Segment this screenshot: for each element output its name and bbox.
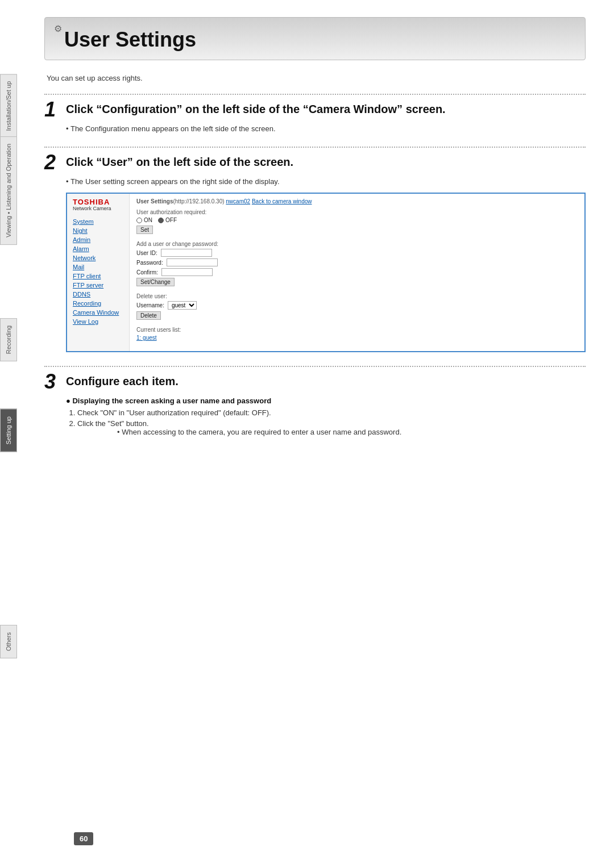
cam-set-button[interactable]: Set <box>136 226 153 234</box>
step1-number: 1 <box>44 99 60 120</box>
tab-others[interactable]: Others <box>0 625 20 658</box>
main-content: ⚙ User Settings You can set up access ri… <box>27 0 603 457</box>
cam-main-panel: User Settings(http://192.168.0.30) nwcam… <box>130 194 584 351</box>
step3-number: 3 <box>44 372 60 392</box>
cam-nav-alarm[interactable]: Alarm <box>73 244 123 253</box>
cam-radio-on[interactable] <box>136 218 142 223</box>
cam-url-bar: User Settings(http://192.168.0.30) nwcam… <box>136 198 578 205</box>
cam-auth-section: User authorization required: ON OFF Set <box>136 209 578 235</box>
cam-nav-mail[interactable]: Mail <box>73 262 123 272</box>
cam-nav-system[interactable]: System <box>73 217 123 226</box>
cam-logo-toshiba: TOSHIBA <box>73 198 123 206</box>
step1-sub: The Configuration menu appears on the le… <box>66 124 586 133</box>
cam-userid-label: User ID: <box>136 250 157 256</box>
header-icon: ⚙ <box>54 23 62 34</box>
cam-password-row: Password: <box>136 258 578 266</box>
step2-sub: The User setting screen appears on the r… <box>66 177 586 186</box>
cam-nav-ftp-server[interactable]: FTP server <box>73 281 123 290</box>
step3-numbered-list: Check "ON" in "User authorization requir… <box>77 408 586 436</box>
others-tab-label: Others <box>0 625 17 658</box>
cam-nav-ftp-client[interactable]: FTP client <box>73 272 123 281</box>
cam-nav-camera-window[interactable]: Camera Window <box>73 308 123 317</box>
cam-sidebar: TOSHIBA Network Camera System Night Admi… <box>67 194 130 351</box>
cam-auth-label: User authorization required: <box>136 209 578 215</box>
step3-section: 3 Configure each item. Displaying the sc… <box>44 366 586 436</box>
cam-nav-recording[interactable]: Recording <box>73 299 123 308</box>
step2-number: 2 <box>44 152 60 173</box>
tab-viewing[interactable]: Viewing • Listening and Operation <box>0 136 20 245</box>
camera-ui-screenshot: TOSHIBA Network Camera System Night Admi… <box>66 193 586 352</box>
cam-confirm-input[interactable] <box>161 268 213 276</box>
step3-item-1: Check "ON" in "User authorization requir… <box>77 408 586 417</box>
cam-radio-off[interactable] <box>158 218 164 223</box>
step2-title: Click “User” on the left side of the scr… <box>66 152 293 169</box>
step3-sub-bullet: When accessing to the camera, you are re… <box>117 428 586 436</box>
page-title: User Settings <box>64 28 196 51</box>
installation-tab-label: Installation/Set up <box>0 74 17 138</box>
cam-nav-admin[interactable]: Admin <box>73 235 123 244</box>
cam-current-users-section: Current users list: 1: guest <box>136 327 578 341</box>
cam-nav-night[interactable]: Night <box>73 226 123 235</box>
cam-username-select[interactable]: guest <box>168 301 197 310</box>
cam-back-link[interactable]: Back to camera window <box>252 198 312 205</box>
cam-delete-button[interactable]: Delete <box>136 311 161 320</box>
page-number: 60 <box>74 832 93 845</box>
cam-delete-section: Delete user: Username: guest Delete <box>136 293 578 321</box>
viewing-tab-label: Viewing • Listening and Operation <box>0 136 17 245</box>
step1-header: 1 Click “Configuration” on the left side… <box>44 99 586 120</box>
step3-header: 3 Configure each item. <box>44 372 586 392</box>
cam-set-change-button[interactable]: Set/Change <box>136 278 175 286</box>
cam-nav-ddns[interactable]: DDNS <box>73 290 123 299</box>
cam-nav-network[interactable]: Network <box>73 253 123 262</box>
cam-password-label: Password: <box>136 260 163 266</box>
cam-nav-view-log[interactable]: View Log <box>73 317 123 326</box>
step3-bullet-title: Displaying the screen asking a user name… <box>66 397 586 405</box>
step2-header: 2 Click “User” on the left side of the s… <box>44 152 586 173</box>
page-subtitle: You can set up access rights. <box>47 74 586 82</box>
cam-username-row: Username: guest <box>136 301 578 310</box>
recording-tab-label: Recording <box>0 318 17 361</box>
cam-userid-row: User ID: <box>136 249 578 257</box>
cam-user-list: 1: guest <box>136 335 578 341</box>
tab-recording[interactable]: Recording <box>0 318 20 361</box>
cam-hostname[interactable]: nwcam02 <box>226 198 250 205</box>
cam-radio-off-item[interactable]: OFF <box>158 217 177 223</box>
setting-tab-label: Setting up <box>0 409 17 452</box>
cam-current-users-label: Current users list: <box>136 327 578 333</box>
step2-dots <box>44 147 586 148</box>
step3-title: Configure each item. <box>66 372 179 389</box>
cam-confirm-row: Confirm: <box>136 268 578 276</box>
cam-radio-on-label: ON <box>144 217 152 223</box>
cam-radio-off-label: OFF <box>165 217 177 223</box>
tab-setting[interactable]: Setting up <box>0 409 20 452</box>
page-header: ⚙ User Settings <box>44 17 586 60</box>
cam-logo-sub: Network Camera <box>73 206 123 211</box>
tab-installation[interactable]: Installation/Set up <box>0 74 20 138</box>
cam-add-user-section: Add a user or change password: User ID: … <box>136 241 578 287</box>
step2-section: 2 Click “User” on the left side of the s… <box>44 147 586 352</box>
cam-userid-input[interactable] <box>161 249 212 257</box>
step1-title: Click “Configuration” on the left side o… <box>66 99 446 116</box>
cam-confirm-label: Confirm: <box>136 269 158 276</box>
cam-radio-group: ON OFF <box>136 217 578 223</box>
cam-password-input[interactable] <box>167 258 218 266</box>
step3-item-2: Click the "Set" button. When accessing t… <box>77 419 586 436</box>
step3-dots <box>44 366 586 367</box>
cam-username-label: Username: <box>136 302 164 308</box>
cam-delete-label: Delete user: <box>136 293 578 299</box>
cam-add-user-label: Add a user or change password: <box>136 241 578 247</box>
step1-section: 1 Click “Configuration” on the left side… <box>44 94 586 133</box>
step1-dots <box>44 94 586 95</box>
cam-radio-on-item[interactable]: ON <box>136 217 152 223</box>
